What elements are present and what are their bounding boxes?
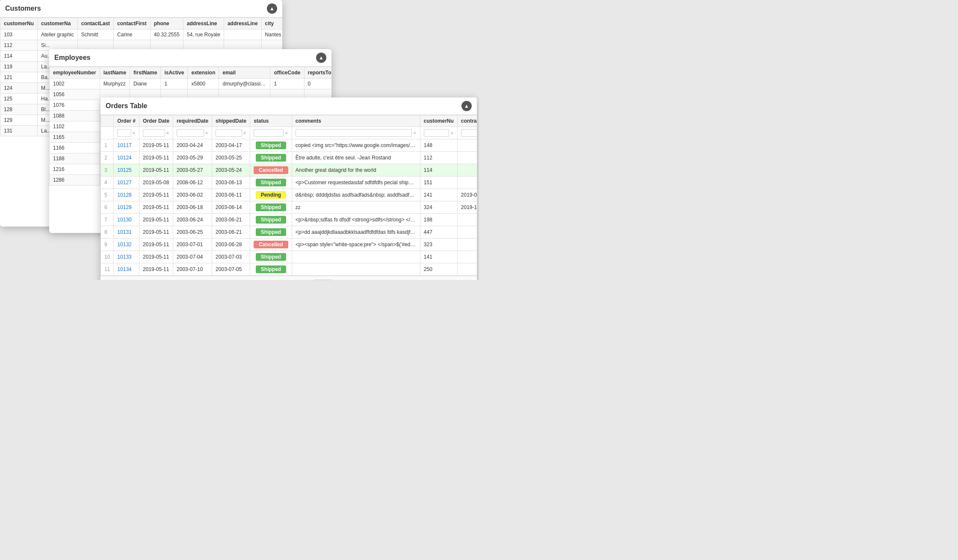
orders-filter-row: × × × bbox=[101, 127, 477, 139]
col-idx bbox=[101, 115, 114, 127]
orders-title: Orders Table bbox=[106, 102, 148, 110]
col-status[interactable]: status bbox=[250, 115, 292, 127]
table-row[interactable]: 2101242019-05-112003-05-292003-05-25Ship… bbox=[101, 152, 477, 164]
filter-order-input[interactable] bbox=[117, 129, 131, 137]
employees-title: Employees bbox=[54, 54, 90, 62]
filter-customer-input[interactable] bbox=[424, 129, 449, 137]
col-order-number[interactable]: Order # bbox=[114, 115, 139, 127]
filter-date-clear[interactable]: × bbox=[166, 130, 169, 136]
col-emp-ext: extension bbox=[188, 67, 219, 79]
status-badge: Shipped bbox=[256, 216, 286, 224]
col-emp-first: firstName bbox=[130, 67, 161, 79]
status-badge: Shipped bbox=[256, 203, 286, 211]
col-customer-number: customerNu bbox=[0, 18, 38, 29]
orders-header-row: Order # Order Date requiredDate shippedD… bbox=[101, 115, 477, 127]
customers-title: Customers bbox=[5, 5, 41, 12]
table-row[interactable]: 11101342019-05-112003-07-102003-07-05Shi… bbox=[101, 263, 477, 276]
status-badge: Cancelled bbox=[254, 241, 288, 248]
employees-header-row: employeeNumber lastName firstName isActi… bbox=[50, 67, 332, 79]
status-badge: Shipped bbox=[256, 228, 286, 236]
filter-status-input[interactable] bbox=[254, 129, 284, 137]
rows-per-page-select[interactable]: 10 20 50 bbox=[314, 280, 333, 280]
filter-comments-input[interactable] bbox=[296, 129, 412, 137]
col-phone: phone bbox=[150, 18, 183, 29]
table-row[interactable]: 103Atelier graphicSchmittCarine40.32.255… bbox=[0, 29, 283, 40]
orders-table: Order # Order Date requiredDate shippedD… bbox=[101, 115, 477, 276]
table-row[interactable]: 1002MurphyzzDiane1x5800dmurphy@classicmo… bbox=[50, 79, 332, 89]
filter-required[interactable]: × bbox=[173, 127, 212, 139]
filter-required-input[interactable] bbox=[177, 129, 204, 137]
col-address1: addressLine bbox=[183, 18, 224, 29]
status-badge: Shipped bbox=[256, 179, 286, 186]
orders-collapse-button[interactable]: ▲ bbox=[461, 101, 472, 111]
col-comments[interactable]: comments bbox=[292, 115, 420, 127]
col-city: city bbox=[261, 18, 282, 29]
filter-comments-clear[interactable]: × bbox=[413, 130, 416, 136]
col-customer-name: customerNa bbox=[38, 18, 78, 29]
table-row[interactable]: 9101322019-05-112003-07-012003-06-28Canc… bbox=[101, 239, 477, 251]
col-emp-active: isActive bbox=[161, 67, 188, 79]
table-row[interactable]: 3101252019-05-112003-05-272003-05-24Canc… bbox=[101, 164, 477, 177]
col-required-date[interactable]: requiredDate bbox=[173, 115, 212, 127]
col-shipped-date[interactable]: shippedDate bbox=[212, 115, 250, 127]
orders-footer: ↻ 🔍 ⟨⟨ ⟨ Page of 17 ⟩ ⟩⟩ 10 20 50 View 1… bbox=[101, 276, 477, 280]
table-row[interactable]: 5101282019-05-112003-06-022003-06-11Pend… bbox=[101, 189, 477, 201]
status-badge: Pending bbox=[256, 191, 286, 199]
employees-collapse-button[interactable]: ▲ bbox=[316, 53, 326, 63]
table-row[interactable]: 4101272019-05-082008-06-122003-06-13Ship… bbox=[101, 177, 477, 189]
col-order-date[interactable]: Order Date bbox=[139, 115, 173, 127]
filter-status[interactable]: × bbox=[250, 127, 292, 139]
table-row[interactable]: 6101292019-05-112003-06-182003-06-14Ship… bbox=[101, 201, 477, 214]
filter-date[interactable]: × bbox=[139, 127, 173, 139]
col-address2: addressLine bbox=[224, 18, 261, 29]
table-row[interactable]: 7101302019-05-112003-06-242003-06-21Ship… bbox=[101, 214, 477, 226]
status-badge: Shipped bbox=[256, 253, 286, 261]
status-badge: Shipped bbox=[256, 154, 286, 162]
filter-shipped[interactable]: × bbox=[212, 127, 250, 139]
filter-comments[interactable]: × bbox=[292, 127, 420, 139]
footer-pagination: ⟨⟨ ⟨ Page of 17 ⟩ ⟩⟩ 10 20 50 bbox=[219, 280, 333, 280]
filter-contract-input[interactable] bbox=[461, 129, 477, 137]
col-contact-last: contactLast bbox=[77, 18, 113, 29]
filter-contract[interactable]: × bbox=[457, 127, 477, 139]
status-badge: Cancelled bbox=[254, 166, 288, 174]
filter-customer[interactable]: × bbox=[420, 127, 457, 139]
filter-status-clear[interactable]: × bbox=[284, 130, 288, 136]
filter-shipped-input[interactable] bbox=[216, 129, 242, 137]
filter-order-clear[interactable]: × bbox=[132, 130, 136, 136]
col-emp-reports: reportsTo bbox=[304, 67, 331, 79]
col-contact-first: contactFirst bbox=[114, 18, 151, 29]
col-emp-email: email bbox=[219, 67, 270, 79]
col-emp-number: employeeNumber bbox=[50, 67, 100, 79]
col-emp-last: lastName bbox=[100, 67, 130, 79]
status-badge: Shipped bbox=[256, 265, 286, 273]
table-row[interactable]: 8101312019-05-112003-06-252003-06-21Ship… bbox=[101, 226, 477, 239]
filter-customer-clear[interactable]: × bbox=[450, 130, 453, 136]
status-badge: Shipped bbox=[256, 141, 286, 149]
table-row[interactable]: 1101172019-05-112003-04-242003-04-17Ship… bbox=[101, 139, 477, 152]
orders-header: Orders Table ▲ bbox=[101, 97, 477, 115]
employees-header: Employees ▲ bbox=[49, 49, 331, 67]
customers-header: Customers ▲ bbox=[0, 0, 282, 18]
filter-idx bbox=[101, 127, 114, 139]
customers-collapse-button[interactable]: ▲ bbox=[267, 3, 277, 14]
table-row[interactable]: 10101332019-05-112003-07-042003-07-03Shi… bbox=[101, 251, 477, 263]
col-emp-office: officeCode bbox=[270, 67, 304, 79]
orders-panel: Orders Table ▲ Order # Order Date requir… bbox=[101, 97, 477, 280]
orders-table-scroll[interactable]: Order # Order Date requiredDate shippedD… bbox=[101, 115, 477, 276]
filter-order[interactable]: × bbox=[114, 127, 139, 139]
col-customer-num[interactable]: customerNu bbox=[420, 115, 457, 127]
col-contract-date[interactable]: contractDat bbox=[457, 115, 477, 127]
filter-date-input[interactable] bbox=[143, 129, 165, 137]
customers-header-row: customerNu customerNa contactLast contac… bbox=[0, 18, 283, 29]
filter-shipped-clear[interactable]: × bbox=[243, 130, 246, 136]
filter-required-clear[interactable]: × bbox=[205, 130, 208, 136]
